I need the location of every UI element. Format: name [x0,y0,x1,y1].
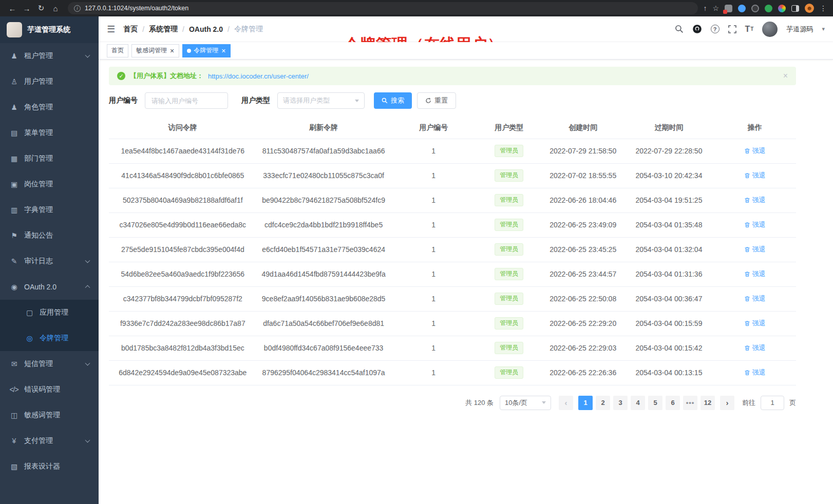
extension-icon-2[interactable] [738,5,746,12]
sidebar-item-oauth2[interactable]: ◉OAuth 2.0 [0,274,99,300]
user-id-cell: 1 [391,212,477,237]
fullscreen-icon[interactable] [728,25,736,33]
table-header-row: 访问令牌刷新令牌用户编号用户类型创建时间过期时间操作 [109,117,796,139]
github-icon[interactable] [692,24,702,34]
page-button-1[interactable]: 1 [578,396,593,410]
help-icon[interactable]: ? [711,25,720,33]
column-header: 刷新令牌 [257,117,391,139]
share-icon[interactable]: ↑ [703,4,707,12]
chevron-down-icon [85,53,90,58]
user-type-cell: 管理员 [477,139,542,163]
page-button-12[interactable]: 12 [701,396,715,410]
force-logout-button[interactable]: 强退 [744,269,766,279]
sidebar-item-dept[interactable]: ▦部门管理 [0,146,99,171]
search-icon[interactable] [675,25,684,33]
breadcrumb-item[interactable]: 系统管理 [149,25,178,34]
dictionary-icon: ▥ [8,206,20,214]
browser-refresh-icon[interactable]: ↻ [34,4,48,13]
page-button-3[interactable]: 3 [613,396,628,410]
extension-icon-1[interactable] [725,5,732,12]
sidebar-item-sms[interactable]: ✉短信管理 [0,351,99,377]
sidebar-item-pay[interactable]: ¥支付管理 [0,428,99,454]
browser-toolbar: ← → ↻ ⌂ i 127.0.0.1:1024/system/oauth2/t… [0,0,833,16]
breadcrumb-item[interactable]: 首页 [123,25,138,34]
page-button-2[interactable]: 2 [596,396,610,410]
refresh-token-cell: 49d1aa46d1454fbd87591444423be9fa [257,262,391,286]
sms-icon: ✉ [8,360,20,368]
sidebar-item-oauth2-app[interactable]: ▢应用管理 [0,300,99,325]
force-logout-label: 强退 [752,196,766,205]
sidebar-item-post[interactable]: ▣岗位管理 [0,171,99,197]
page-size-select[interactable]: 10条/页 [500,396,551,410]
username[interactable]: 芋道源码 [786,25,813,34]
font-size-icon[interactable]: TT [745,25,754,34]
user-type-select[interactable]: 请选择用户类型 [277,92,365,109]
sidebar-item-oauth2-token[interactable]: ◎令牌管理 [0,325,99,351]
sidebar-item-sensitive[interactable]: ◫敏感词管理 [0,402,99,428]
browser-home-icon[interactable]: ⌂ [48,4,63,13]
force-logout-button[interactable]: 强退 [744,171,766,180]
sidebar-item-menu[interactable]: ▤菜单管理 [0,120,99,146]
sidebar-item-role[interactable]: ♟角色管理 [0,94,99,120]
user-avatar[interactable] [762,22,778,37]
breadcrumb-item[interactable]: OAuth 2.0 [189,25,223,33]
force-logout-button[interactable]: 强退 [744,146,766,156]
created-time-cell: 2022-06-25 22:29:03 [542,336,624,360]
refresh-token-cell: 8796295f04064c2983414cc54af1097a [257,360,391,385]
close-icon[interactable]: × [221,47,226,54]
sidebar-item-errcode[interactable]: </>错误码管理 [0,377,99,402]
extension-icon-4[interactable] [765,5,772,12]
expire-time-cell: 2022-07-29 22:28:50 [624,139,713,163]
force-logout-button[interactable]: 强退 [744,294,766,303]
sidebar-item-audit[interactable]: ✎审计日志 [0,248,99,274]
app-logo[interactable]: 芋道管理系统 [0,16,99,43]
close-icon[interactable]: × [783,71,788,81]
doc-link[interactable]: https://doc.iocoder.cn/user-center/ [208,72,309,80]
sidebar-item-report[interactable]: ▧报表设计器 [0,454,99,479]
force-logout-button[interactable]: 强退 [744,196,766,205]
force-logout-button[interactable]: 强退 [744,319,766,328]
chevron-down-icon[interactable]: ▾ [822,26,825,32]
side-panel-icon[interactable] [791,5,799,12]
goto-page-input[interactable] [761,396,784,410]
prev-page-button[interactable]: ‹ [559,396,573,410]
force-logout-button[interactable]: 强退 [744,343,766,353]
site-info-icon[interactable]: i [74,5,81,12]
bookmark-star-icon[interactable]: ☆ [712,4,719,12]
page-button-6[interactable]: 6 [666,396,680,410]
extension-icon-3[interactable] [751,5,759,12]
next-page-button[interactable]: › [720,396,734,410]
app-title: 芋道管理系统 [27,25,70,34]
page-button-5[interactable]: 5 [648,396,662,410]
tab-token[interactable]: 令牌管理× [182,44,231,57]
user-type-cell: 管理员 [477,311,542,336]
sidebar-item-notice[interactable]: ⚑通知公告 [0,223,99,248]
close-icon[interactable]: × [169,47,175,54]
sidebar-toggle-icon[interactable]: ☰ [107,24,115,35]
force-logout-button[interactable]: 强退 [744,220,766,229]
alert-text: 【用户体系】文档地址： [130,71,203,81]
browser-back-icon[interactable]: ← [5,4,20,13]
force-logout-button[interactable]: 强退 [744,368,766,377]
sidebar-item-user[interactable]: ♙用户管理 [0,69,99,94]
expire-time-cell: 2054-03-10 20:42:34 [624,163,713,188]
force-logout-button[interactable]: 强退 [744,245,766,254]
user-id-input[interactable] [145,92,228,109]
sidebar-item-tenant[interactable]: ♟租户管理 [0,43,99,69]
browser-address-bar[interactable]: i 127.0.0.1:1024/system/oauth2/token [68,2,698,14]
more-pages-button[interactable]: ••• [683,396,697,410]
search-button[interactable]: 搜索 [374,92,412,109]
browser-forward-icon[interactable]: → [20,4,34,13]
tab-sensitive-word[interactable]: 敏感词管理× [131,44,179,57]
extension-icon-5[interactable] [778,5,786,12]
access-token-cell: c347026e805e4d99b0d116eae66eda8c [109,212,257,237]
browser-menu-icon[interactable]: ⋮ [820,4,827,12]
tab-home[interactable]: 首页 [107,44,128,57]
user-type-badge: 管理员 [495,366,523,379]
sidebar-item-label: 审计日志 [24,257,53,266]
sidebar-item-label: 应用管理 [40,308,68,317]
page-button-4[interactable]: 4 [631,396,645,410]
browser-profile-avatar[interactable]: ☻ [805,4,814,13]
reset-button[interactable]: 重置 [417,92,456,109]
sidebar-item-dict[interactable]: ▥字典管理 [0,197,99,223]
